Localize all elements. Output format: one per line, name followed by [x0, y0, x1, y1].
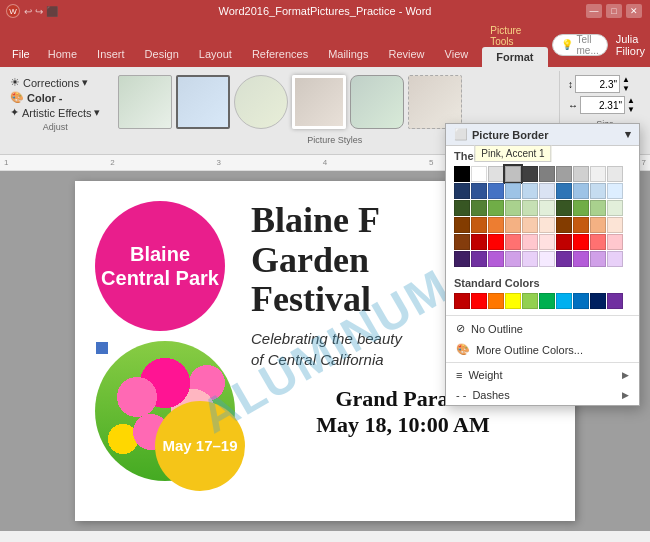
standard-color-swatch[interactable] [522, 293, 538, 309]
close-button[interactable]: ✕ [626, 4, 642, 18]
theme-color-swatch[interactable] [573, 251, 589, 267]
height-up[interactable]: ▲ [622, 75, 630, 84]
theme-color-swatch[interactable] [488, 200, 504, 216]
tab-layout[interactable]: Layout [189, 41, 242, 67]
theme-color-swatch[interactable] [539, 234, 555, 250]
theme-color-swatch[interactable] [590, 200, 606, 216]
standard-color-swatch[interactable] [607, 293, 623, 309]
tab-review[interactable]: Review [379, 41, 435, 67]
theme-color-swatch[interactable] [471, 217, 487, 233]
theme-color-swatch[interactable] [454, 183, 470, 199]
theme-color-swatch[interactable] [573, 200, 589, 216]
theme-color-swatch[interactable] [590, 166, 606, 182]
theme-color-swatch[interactable] [471, 251, 487, 267]
theme-color-swatch[interactable] [607, 251, 623, 267]
standard-color-swatch[interactable] [488, 293, 504, 309]
theme-color-swatch[interactable] [471, 200, 487, 216]
theme-color-swatch[interactable] [607, 217, 623, 233]
theme-color-swatch[interactable] [454, 251, 470, 267]
artistic-effects-button[interactable]: ✦ Artistic Effects ▾ [8, 105, 102, 120]
color-button[interactable]: 🎨 Color - [8, 90, 102, 105]
style-thumb-3[interactable] [234, 75, 288, 129]
theme-color-swatch[interactable] [522, 217, 538, 233]
theme-color-swatch[interactable] [471, 234, 487, 250]
theme-color-swatch[interactable] [471, 183, 487, 199]
standard-color-swatch[interactable] [556, 293, 572, 309]
theme-color-swatch[interactable] [505, 200, 521, 216]
style-thumb-5[interactable] [350, 75, 404, 129]
height-input[interactable] [575, 75, 620, 93]
width-input[interactable] [580, 96, 625, 114]
dashes-item[interactable]: - - Dashes ▶ [446, 385, 639, 405]
theme-color-swatch[interactable]: Pink, Accent 1 [505, 166, 521, 182]
more-colors-item[interactable]: 🎨 More Outline Colors... [446, 339, 639, 360]
standard-color-swatch[interactable] [505, 293, 521, 309]
style-thumb-6[interactable] [408, 75, 462, 129]
theme-color-swatch[interactable] [590, 251, 606, 267]
style-thumb-2[interactable] [176, 75, 230, 129]
no-outline-item[interactable]: ⊘ No Outline [446, 318, 639, 339]
tab-mailings[interactable]: Mailings [318, 41, 378, 67]
image-handle[interactable] [95, 341, 109, 355]
standard-color-swatch[interactable] [573, 293, 589, 309]
standard-color-swatch[interactable] [454, 293, 470, 309]
standard-color-swatch[interactable] [471, 293, 487, 309]
theme-color-swatch[interactable] [607, 200, 623, 216]
style-thumb-4[interactable] [292, 75, 346, 129]
theme-color-swatch[interactable] [607, 166, 623, 182]
height-down[interactable]: ▼ [622, 84, 630, 93]
maximize-button[interactable]: □ [606, 4, 622, 18]
theme-color-swatch[interactable] [590, 234, 606, 250]
theme-color-swatch[interactable] [522, 166, 538, 182]
minimize-button[interactable]: — [586, 4, 602, 18]
theme-color-swatch[interactable] [539, 217, 555, 233]
theme-color-swatch[interactable] [556, 234, 572, 250]
theme-color-swatch[interactable] [454, 200, 470, 216]
theme-color-swatch[interactable] [522, 183, 538, 199]
tab-home[interactable]: Home [38, 41, 87, 67]
standard-color-swatch[interactable] [539, 293, 555, 309]
theme-color-swatch[interactable] [590, 183, 606, 199]
theme-color-swatch[interactable] [539, 200, 555, 216]
theme-color-swatch[interactable] [522, 200, 538, 216]
width-up[interactable]: ▲ [627, 96, 635, 105]
style-thumb-1[interactable] [118, 75, 172, 129]
theme-color-swatch[interactable] [607, 183, 623, 199]
theme-color-swatch[interactable] [505, 183, 521, 199]
theme-color-swatch[interactable] [539, 166, 555, 182]
tab-design[interactable]: Design [135, 41, 189, 67]
tab-format[interactable]: Format [482, 47, 547, 67]
theme-color-swatch[interactable] [556, 251, 572, 267]
weight-item[interactable]: ≡ Weight ▶ [446, 365, 639, 385]
theme-color-swatch[interactable] [522, 251, 538, 267]
theme-color-swatch[interactable] [454, 234, 470, 250]
width-down[interactable]: ▼ [627, 105, 635, 114]
theme-color-swatch[interactable] [505, 217, 521, 233]
tab-view[interactable]: View [435, 41, 479, 67]
theme-color-swatch[interactable] [488, 251, 504, 267]
theme-color-swatch[interactable] [454, 166, 470, 182]
theme-color-swatch[interactable] [471, 166, 487, 182]
theme-color-swatch[interactable] [505, 251, 521, 267]
theme-color-swatch[interactable] [573, 166, 589, 182]
tell-me-box[interactable]: 💡 Tell me... [552, 34, 608, 56]
theme-color-swatch[interactable] [522, 234, 538, 250]
theme-color-swatch[interactable] [556, 200, 572, 216]
theme-color-swatch[interactable] [556, 183, 572, 199]
corrections-button[interactable]: ☀ Corrections ▾ [8, 75, 102, 90]
theme-color-swatch[interactable] [573, 234, 589, 250]
theme-color-swatch[interactable] [488, 217, 504, 233]
theme-color-swatch[interactable] [539, 251, 555, 267]
theme-color-swatch[interactable] [607, 234, 623, 250]
theme-color-swatch[interactable] [505, 234, 521, 250]
tab-file[interactable]: File [4, 41, 38, 67]
theme-color-swatch[interactable] [488, 234, 504, 250]
theme-color-swatch[interactable] [573, 217, 589, 233]
theme-color-swatch[interactable] [454, 217, 470, 233]
theme-color-swatch[interactable] [488, 166, 504, 182]
theme-color-swatch[interactable] [556, 217, 572, 233]
theme-color-swatch[interactable] [539, 183, 555, 199]
theme-color-swatch[interactable] [488, 183, 504, 199]
tab-insert[interactable]: Insert [87, 41, 135, 67]
tab-references[interactable]: References [242, 41, 318, 67]
